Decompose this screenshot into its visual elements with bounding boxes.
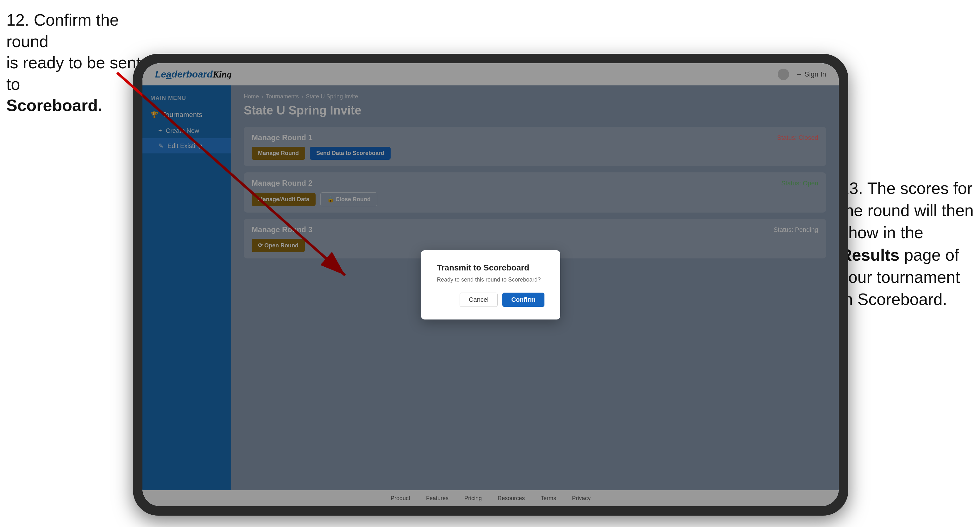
modal-cancel-button[interactable]: Cancel (460, 293, 498, 307)
tablet-frame: LeaderboardKing → Sign In MAIN MENU 🏆 To… (133, 54, 848, 516)
instruction-line1: 12. Confirm the round (6, 11, 119, 51)
modal-dialog: Transmit to Scoreboard Ready to send thi… (421, 250, 560, 319)
modal-title: Transmit to Scoreboard (437, 263, 544, 273)
instruction-bottom-text: 13. The scores forthe round will thensho… (840, 179, 974, 308)
modal-subtitle: Ready to send this round to Scoreboard? (437, 276, 544, 283)
tablet-screen: LeaderboardKing → Sign In MAIN MENU 🏆 To… (142, 63, 839, 506)
instruction-bottom: 13. The scores forthe round will thensho… (840, 177, 974, 310)
app-container: LeaderboardKing → Sign In MAIN MENU 🏆 To… (142, 63, 839, 506)
instruction-line3-bold: Scoreboard. (6, 96, 102, 114)
modal-overlay: Transmit to Scoreboard Ready to send thi… (142, 63, 839, 506)
instruction-line2: is ready to be sent to (6, 54, 141, 93)
modal-actions: Cancel Confirm (437, 293, 544, 307)
modal-confirm-button[interactable]: Confirm (502, 293, 544, 307)
